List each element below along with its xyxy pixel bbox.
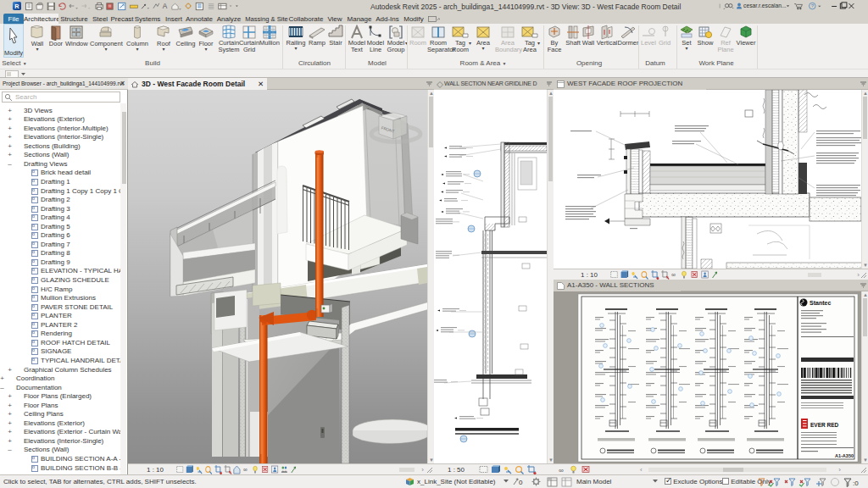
svg-text:?: ?	[811, 3, 815, 8]
svg-text:Stantec: Stantec	[810, 300, 831, 306]
svg-text:R: R	[14, 3, 19, 10]
svg-text:∞: ∞	[671, 271, 676, 280]
svg-text::0: :0	[853, 480, 859, 487]
svg-text:∞: ∞	[559, 467, 564, 474]
svg-text:A: A	[163, 3, 168, 10]
svg-text:0: 0	[519, 479, 523, 486]
svg-text:A1-A350: A1-A350	[835, 453, 854, 458]
svg-text:cesar.r.escalan...: cesar.r.escalan...	[743, 3, 787, 8]
svg-text:EVER RED: EVER RED	[810, 422, 839, 428]
svg-text:∞: ∞	[243, 466, 248, 474]
